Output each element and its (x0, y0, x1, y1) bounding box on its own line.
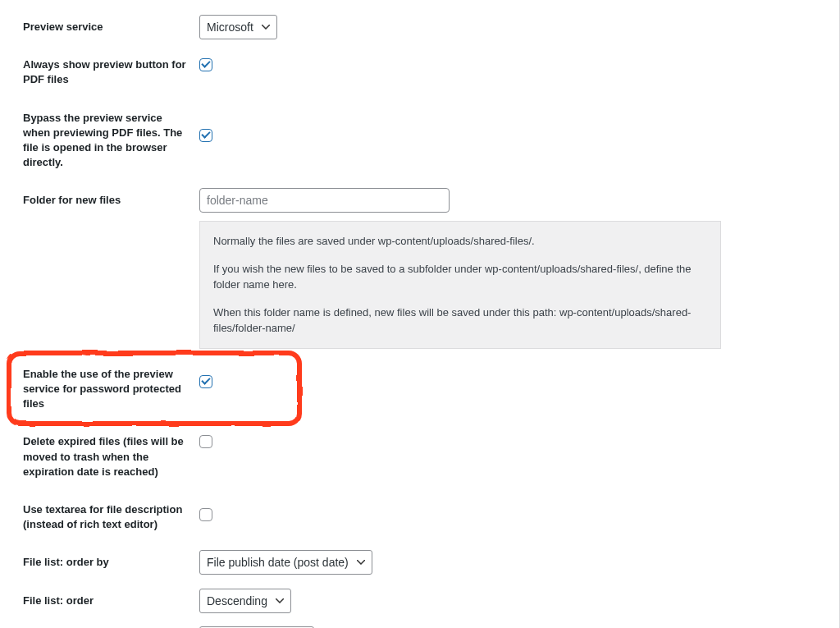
file-list-order-label: File list: order (23, 582, 199, 620)
enable-preview-protected-checkbox[interactable] (199, 375, 212, 388)
bypass-preview-label: Bypass the preview service when previewi… (23, 99, 199, 182)
always-show-preview-label: Always show preview button for PDF files (23, 46, 199, 99)
always-show-preview-checkbox[interactable] (199, 58, 212, 71)
file-list-order-select[interactable]: Descending (199, 589, 291, 613)
delete-expired-checkbox[interactable] (199, 435, 212, 448)
use-textarea-label: Use textarea for file description (inste… (23, 491, 199, 543)
desc-line-3: When this folder name is defined, new fi… (213, 305, 707, 337)
folder-new-files-input[interactable] (199, 188, 450, 213)
settings-form-table: Preview service Microsoft Always show pr… (23, 8, 823, 628)
bypass-preview-checkbox[interactable] (199, 129, 212, 142)
file-list-order-by-label: File list: order by (23, 543, 199, 581)
delete-expired-label: Delete expired files (files will be move… (23, 423, 199, 491)
preview-service-label: Preview service (23, 8, 199, 46)
use-textarea-checkbox[interactable] (199, 508, 212, 521)
category-list-order-by-label: Category list: order by (23, 620, 199, 628)
desc-line-1: Normally the files are saved under wp-co… (213, 233, 707, 250)
enable-preview-protected-label: Enable the use of the preview service fo… (23, 368, 181, 410)
folder-new-files-label: Folder for new files (23, 181, 199, 355)
desc-line-2: If you wish the new files to be saved to… (213, 261, 707, 293)
folder-new-files-description: Normally the files are saved under wp-co… (199, 221, 721, 349)
preview-service-select[interactable]: Microsoft (199, 15, 277, 39)
file-list-order-by-select[interactable]: File publish date (post date) (199, 550, 372, 575)
